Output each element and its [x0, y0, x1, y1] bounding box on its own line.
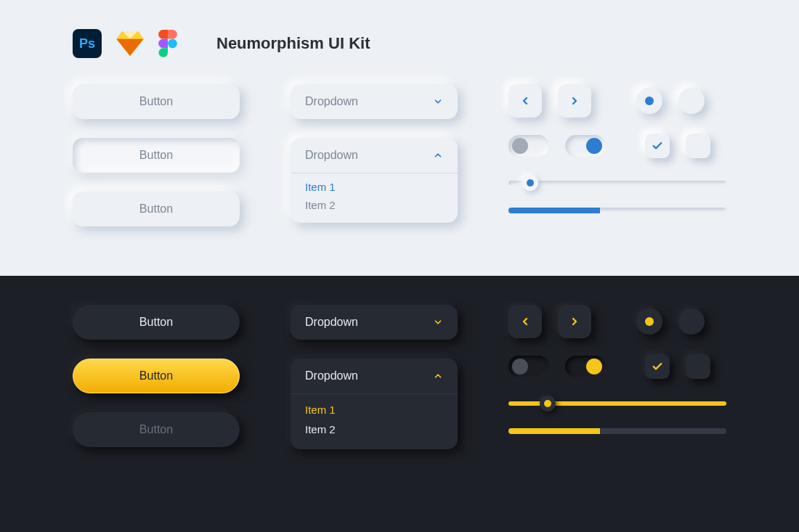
slider[interactable]: [508, 395, 726, 412]
button-disabled[interactable]: Button: [73, 412, 240, 447]
figma-icon: [158, 30, 177, 57]
kit-title: Neumorphism UI Kit: [216, 34, 370, 53]
dropdown-item-1[interactable]: Item 1: [305, 400, 443, 420]
dark-theme-panel: Button Button Button Dropdown Dropdown I…: [0, 276, 799, 532]
progress-bar: [508, 208, 726, 213]
checkbox-unchecked[interactable]: [686, 134, 710, 158]
prev-button[interactable]: [508, 84, 542, 118]
sketch-icon: [116, 31, 144, 56]
chevron-up-icon: [433, 150, 443, 160]
dark-controls-column: [508, 305, 726, 449]
dark-dropdowns-column: Dropdown Dropdown Item 1 Item 2: [291, 305, 458, 449]
toggle-on[interactable]: [565, 135, 606, 157]
button-default[interactable]: Button: [73, 305, 240, 340]
svg-marker-5: [130, 39, 144, 56]
dropdown-item-1[interactable]: Item 1: [305, 178, 443, 196]
toggle-off[interactable]: [508, 356, 549, 377]
dropdown-closed[interactable]: Dropdown: [291, 84, 458, 119]
header: Ps Neumorphism UI Kit: [73, 29, 726, 58]
light-dropdowns-column: Dropdown Dropdown Item 1 Item 2: [291, 84, 458, 226]
dropdown-item-2[interactable]: Item 2: [305, 196, 443, 214]
progress-bar: [508, 428, 726, 434]
radio-dot-icon: [645, 97, 654, 105]
check-icon: [652, 140, 663, 152]
slider[interactable]: [508, 174, 726, 192]
toggle-knob-icon: [586, 359, 602, 375]
dropdown-closed[interactable]: Dropdown: [291, 305, 458, 340]
photoshop-icon: Ps: [73, 29, 102, 58]
slider-thumb-icon: [527, 179, 534, 187]
chevron-left-icon: [519, 95, 531, 107]
prev-button[interactable]: [508, 305, 542, 338]
dropdown-item-2[interactable]: Item 2: [305, 420, 443, 439]
toggle-knob-icon: [586, 138, 602, 154]
button-active[interactable]: Button: [73, 359, 240, 393]
dropdown-label: Dropdown: [305, 369, 358, 382]
dropdown-open[interactable]: Dropdown Item 1 Item 2: [291, 359, 458, 449]
chevron-down-icon: [433, 97, 443, 107]
light-theme-panel: Ps Neumorphism UI Kit Button Button Butt…: [0, 0, 799, 276]
slider-thumb-icon: [544, 400, 551, 407]
radio-dot-icon: [645, 317, 654, 326]
toggle-knob-icon: [512, 359, 528, 375]
chevron-up-icon: [433, 371, 443, 381]
dropdown-label: Dropdown: [305, 149, 358, 162]
dropdown-open[interactable]: Dropdown Item 1 Item 2: [291, 138, 458, 223]
checkbox-checked[interactable]: [645, 134, 670, 158]
dark-buttons-column: Button Button Button: [73, 305, 240, 449]
svg-point-6: [168, 39, 177, 49]
radio-selected[interactable]: [636, 308, 662, 335]
chevron-down-icon: [433, 317, 443, 327]
light-controls-column: [508, 84, 726, 226]
chevron-right-icon: [569, 316, 580, 327]
button-default[interactable]: Button: [73, 84, 240, 119]
toggle-on[interactable]: [565, 356, 606, 377]
button-pressed[interactable]: Button: [73, 138, 240, 173]
app-icons: Ps: [73, 29, 177, 58]
dropdown-label: Dropdown: [305, 95, 358, 108]
next-button[interactable]: [558, 84, 591, 118]
checkbox-unchecked[interactable]: [686, 354, 710, 379]
svg-marker-4: [116, 39, 130, 56]
dropdown-label: Dropdown: [305, 316, 358, 329]
checkbox-checked[interactable]: [645, 354, 670, 379]
radio-selected[interactable]: [636, 88, 662, 114]
chevron-left-icon: [519, 316, 531, 327]
radio-unselected[interactable]: [678, 308, 705, 335]
light-buttons-column: Button Button Button: [73, 84, 240, 226]
next-button[interactable]: [558, 305, 591, 338]
check-icon: [652, 361, 663, 372]
radio-unselected[interactable]: [678, 88, 705, 114]
toggle-knob-icon: [512, 138, 528, 154]
button-default-2[interactable]: Button: [73, 192, 240, 226]
chevron-right-icon: [569, 95, 580, 107]
toggle-off[interactable]: [508, 135, 549, 157]
